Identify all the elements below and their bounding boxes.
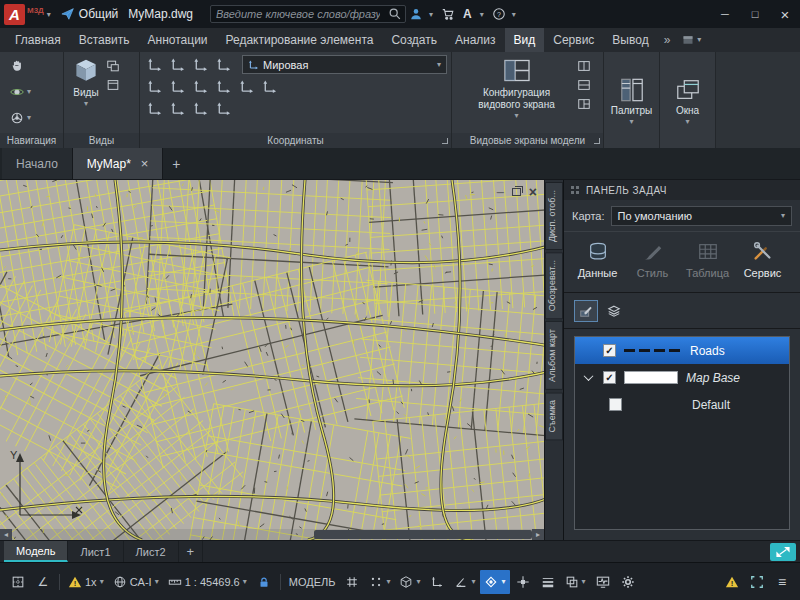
layer-checkbox-checked[interactable]: ✓ (603, 344, 616, 357)
ribbon-overflow-button[interactable]: » (658, 28, 677, 52)
object-snap-tracking-button[interactable] (511, 570, 535, 594)
selection-cycling-button[interactable]: ▾ (561, 570, 590, 594)
lock-ui-button[interactable] (252, 570, 276, 594)
coordinate-system-combo[interactable]: Мировая ▾ (242, 55, 447, 74)
orbit-button[interactable]: ▾ (10, 81, 31, 103)
layer-row-roads[interactable]: ✓ Roads (575, 337, 789, 364)
app-store-cart-icon[interactable] (438, 4, 458, 24)
ucs-axis-icon[interactable] (144, 99, 165, 118)
drawing-restore-icon[interactable] (512, 188, 521, 196)
drawing-canvas[interactable]: ─ × Y ◂ (0, 180, 563, 540)
ribbon-tab-feature-edit[interactable]: Редактирование элемента (217, 28, 383, 52)
coordinate-system-button[interactable]: CA-I ▾ (109, 570, 163, 594)
layer-row-default[interactable]: Default (575, 391, 789, 418)
search-box[interactable] (210, 5, 406, 23)
ucs-axis-icon[interactable] (213, 55, 234, 74)
share-button[interactable]: Общий (61, 7, 119, 21)
pan-button[interactable] (10, 55, 24, 77)
layer-row-map-base[interactable]: ✓ Map Base (575, 364, 789, 391)
layer-groups-tab[interactable] (602, 300, 626, 322)
dialog-launcher-icon[interactable] (594, 138, 600, 144)
graphics-warning-button[interactable]: ! (720, 570, 744, 594)
close-button[interactable]: × (770, 0, 800, 28)
ucs-axis-icon[interactable] (167, 77, 188, 96)
viewport-frequency-button[interactable]: ! 1x ▾ (64, 570, 108, 594)
ribbon-tab-home[interactable]: Главная (6, 28, 70, 52)
polar-tracking-button[interactable]: ▾ (450, 570, 479, 594)
ucs-axis-icon[interactable] (190, 99, 211, 118)
side-tab-survey[interactable]: Съемка (545, 392, 563, 440)
angle-snap-icon[interactable]: ∠ (31, 570, 55, 594)
new-layout-button[interactable]: + (179, 541, 204, 562)
ucs-axis-icon[interactable] (213, 99, 234, 118)
scrollbar-thumb[interactable] (314, 530, 532, 539)
chevron-down-icon[interactable]: ▾ (480, 10, 484, 19)
panel-label-coordinates[interactable]: Координаты (140, 133, 451, 148)
ribbon-tab-analyze[interactable]: Анализ (446, 28, 505, 52)
layer-checkbox-unchecked[interactable] (609, 398, 622, 411)
ucs-axis-icon[interactable] (144, 55, 165, 74)
steering-wheel-button[interactable]: ▾ (10, 107, 31, 129)
help-icon[interactable]: ? (489, 4, 509, 24)
join-viewports-button[interactable] (577, 78, 591, 92)
ucs-axis-icon[interactable] (236, 77, 257, 96)
autocad-logo-icon[interactable]: A (4, 4, 25, 25)
lineweight-button[interactable] (536, 570, 560, 594)
ucs-axis-icon[interactable] (190, 55, 211, 74)
side-tab-display-manager[interactable]: Дисп. отоб... (545, 182, 563, 250)
object-snap-button[interactable]: ▾ (480, 570, 509, 594)
ucs-axis-icon[interactable] (144, 77, 165, 96)
layer-checkbox-checked[interactable]: ✓ (603, 371, 616, 384)
named-viewports-button[interactable] (577, 59, 591, 73)
map-scale-button[interactable]: 1 : 45469.6 ▾ (164, 570, 251, 594)
layout-tab-list2[interactable]: Лист2 (124, 541, 179, 562)
restore-viewport-button[interactable] (577, 97, 591, 111)
panel-label-model-viewports[interactable]: Видовые экраны модели (452, 133, 603, 148)
ribbon-tab-insert[interactable]: Вставить (70, 28, 139, 52)
named-views-button[interactable] (106, 78, 120, 92)
maximize-button[interactable]: □ (740, 0, 770, 28)
snap-mode-button[interactable]: ▾ (365, 570, 394, 594)
panel-label-views[interactable]: Виды (64, 133, 139, 148)
drawing-minimize-icon[interactable]: ─ (497, 187, 504, 198)
ribbon-display-options-button[interactable]: ▾ (676, 28, 707, 52)
data-button[interactable]: Данные (570, 234, 625, 286)
ortho-button[interactable] (425, 570, 449, 594)
chevron-down-icon[interactable]: ▾ (47, 10, 51, 19)
close-tab-icon[interactable]: × (141, 156, 149, 171)
ribbon-tab-output[interactable]: Вывод (603, 28, 657, 52)
isodraft-button[interactable]: ▾ (395, 570, 424, 594)
ribbon-tab-tools[interactable]: Сервис (544, 28, 603, 52)
chevron-down-icon[interactable]: ▾ (429, 10, 433, 19)
scrollbar-track[interactable] (12, 529, 532, 540)
annotation-monitor-button[interactable] (591, 570, 615, 594)
task-pane-header[interactable]: ПАНЕЛЬ ЗАДАЧ (564, 180, 800, 200)
draw-order-tab[interactable] (574, 300, 598, 322)
viewport-configuration-button[interactable]: Конфигурация видового экрана ▾ (463, 55, 571, 122)
file-tab-mymap[interactable]: MyMap* × (73, 148, 164, 179)
table-button[interactable]: Таблица (680, 234, 735, 286)
file-tab-start[interactable]: Начало (2, 148, 73, 179)
clean-screen-button[interactable] (745, 570, 769, 594)
dialog-launcher-icon[interactable] (442, 138, 448, 144)
search-input[interactable] (211, 8, 385, 20)
ribbon-tab-annotate[interactable]: Аннотации (139, 28, 217, 52)
view-manager-button[interactable] (106, 59, 120, 73)
ucs-axis-icon[interactable] (167, 99, 188, 118)
gear-icon[interactable] (616, 570, 640, 594)
style-button[interactable]: Стиль (625, 234, 680, 286)
signin-user-icon[interactable] (406, 4, 426, 24)
layout-tab-model[interactable]: Модель (4, 541, 68, 562)
ucs-axis-icon[interactable] (259, 77, 280, 96)
drawing-close-icon[interactable]: × (529, 185, 537, 199)
views-button[interactable]: Виды ▾ (68, 55, 104, 132)
ribbon-tab-create[interactable]: Создать (382, 28, 446, 52)
status-menu-button[interactable]: ≡ (770, 570, 794, 594)
tools-button[interactable]: Сервис (735, 234, 790, 286)
chevron-down-icon[interactable]: ▾ (512, 10, 516, 19)
map-select[interactable]: По умолчанию ▾ (611, 206, 793, 226)
palettes-button[interactable]: Палитры ▾ (607, 75, 657, 128)
ucs-axis-icon[interactable] (190, 77, 211, 96)
horizontal-scrollbar[interactable]: ◂ ▸ (0, 529, 544, 540)
ribbon-tab-view[interactable]: Вид (505, 28, 545, 52)
